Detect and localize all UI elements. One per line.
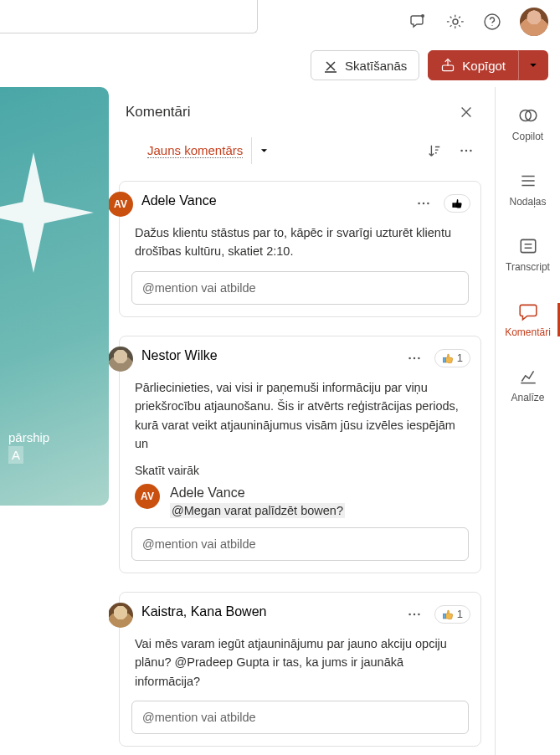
rail-label: Transcript bbox=[506, 261, 550, 273]
analytics-icon bbox=[518, 367, 538, 387]
rail-analytics[interactable]: Analīze bbox=[496, 363, 560, 407]
more-icon bbox=[407, 351, 422, 366]
comments-panel: Komentāri Jauns komentārs bbox=[109, 87, 495, 755]
chat-icon[interactable] bbox=[409, 13, 428, 31]
svg-marker-13 bbox=[0, 152, 94, 273]
slide-text-line1: pārship bbox=[8, 429, 49, 446]
rail-label: Komentāri bbox=[505, 326, 551, 338]
comment-avatar bbox=[109, 603, 133, 628]
reply-placeholder: @mention vai atbilde bbox=[142, 281, 256, 295]
comment-body: Pārliecinieties, vai visi ir paņemuši in… bbox=[135, 378, 469, 454]
pencil-cross-icon bbox=[323, 58, 338, 73]
rail-label: Copilot bbox=[512, 131, 543, 142]
share-options-button[interactable] bbox=[518, 50, 548, 80]
comments-icon bbox=[518, 301, 538, 321]
reply-placeholder: @mention vai atbilde bbox=[142, 711, 256, 724]
sort-comments-button[interactable] bbox=[423, 139, 446, 162]
comment-author: Kaistra, Kana Bowen bbox=[141, 604, 266, 619]
rail-transcript[interactable]: Transcript bbox=[496, 233, 560, 276]
comments-toolbar: Jauns komentārs bbox=[109, 131, 495, 176]
sort-icon bbox=[427, 143, 442, 158]
rail-copilot[interactable]: Copilot bbox=[496, 102, 560, 146]
slide-thumbnail[interactable]: pārship A bbox=[0, 87, 109, 506]
new-comment-button[interactable]: Jauns komentārs bbox=[126, 143, 243, 158]
comment-author: Adele Vance bbox=[141, 193, 217, 208]
like-count: 1 bbox=[457, 352, 463, 364]
plus-icon bbox=[126, 143, 141, 158]
comment-card: AV Adele Vance Dažus klientu stāstus par… bbox=[119, 181, 481, 317]
comment-avatar bbox=[109, 347, 133, 372]
reply-author: Adele Vance bbox=[170, 485, 345, 501]
rail-label: Nodaļas bbox=[509, 196, 546, 208]
like-button[interactable]: 1 bbox=[434, 605, 470, 624]
reply-input[interactable]: @mention vai atbilde bbox=[131, 701, 469, 734]
share-label: Kopīgot bbox=[462, 59, 506, 73]
rail-label: Analīze bbox=[511, 392, 544, 403]
more-icon bbox=[459, 143, 474, 158]
reply-placeholder: @mention vai atbilde bbox=[142, 537, 256, 551]
close-panel-button[interactable] bbox=[455, 100, 478, 124]
help-icon[interactable] bbox=[483, 13, 501, 31]
chevron-down-icon bbox=[259, 145, 270, 157]
thumb-up-fill-icon bbox=[442, 352, 454, 364]
comment-actions: 1 bbox=[403, 347, 470, 370]
rail-comments[interactable]: Komentāri bbox=[496, 298, 560, 342]
reply-input[interactable]: @mention vai atbilde bbox=[131, 527, 469, 561]
comments-title: Komentāri bbox=[126, 104, 190, 121]
action-bar: Skatīšanās Kopīgot bbox=[0, 44, 560, 87]
share-icon bbox=[440, 58, 455, 73]
chevron-down-icon bbox=[527, 59, 539, 71]
reply-avatar: AV bbox=[135, 484, 160, 509]
see-more-link[interactable]: Skatīt vairāk bbox=[135, 464, 469, 477]
comment-more-button[interactable] bbox=[403, 603, 426, 626]
search-input[interactable] bbox=[0, 0, 258, 33]
comment-reply: AV Adele Vance @Megan varat palīdzēt bow… bbox=[135, 485, 469, 517]
like-button[interactable] bbox=[444, 194, 470, 213]
app-header bbox=[0, 0, 560, 44]
comment-more-button[interactable] bbox=[412, 192, 435, 215]
compass-star-icon bbox=[0, 146, 100, 280]
main-area: pārship A Komentāri Jauns komentārs bbox=[0, 87, 560, 755]
comment-card: Kaistra, Kana Bowen 1 Vai mēs varam iegū… bbox=[119, 592, 481, 747]
slide-preview-strip: pārship A bbox=[0, 87, 109, 755]
comment-avatar: AV bbox=[109, 192, 133, 217]
comment-card: Nestor Wilke 1 Pārliecinieties, vai visi… bbox=[119, 336, 481, 573]
comment-author: Nestor Wilke bbox=[141, 348, 218, 363]
rail-sections[interactable]: Nodaļas bbox=[496, 167, 560, 211]
comments-more-button[interactable] bbox=[455, 139, 478, 162]
more-icon bbox=[416, 196, 431, 211]
like-count: 1 bbox=[457, 608, 463, 620]
slide-text-line2: A bbox=[12, 448, 20, 462]
thumb-up-fill-icon bbox=[442, 609, 454, 620]
close-icon bbox=[459, 105, 474, 120]
sections-icon bbox=[518, 171, 538, 191]
reply-input[interactable]: @mention vai atbilde bbox=[131, 271, 469, 305]
share-button-group: Kopīgot bbox=[428, 50, 548, 80]
comment-more-button[interactable] bbox=[403, 347, 426, 370]
comment-body: Vai mēs varam iegūt atjauninājumu par ja… bbox=[135, 634, 469, 691]
more-icon bbox=[407, 607, 422, 622]
copilot-icon bbox=[518, 105, 538, 126]
reply-body: @Megan varat palīdzēt bowen? bbox=[170, 504, 345, 517]
comments-panel-header: Komentāri bbox=[109, 87, 495, 131]
right-rail: Copilot Nodaļas Transcript Komentāri Ana… bbox=[495, 87, 560, 755]
like-button[interactable]: 1 bbox=[434, 349, 470, 367]
user-avatar[interactable] bbox=[520, 8, 548, 36]
new-comment-label: Jauns komentārs bbox=[147, 143, 243, 158]
comment-body: Dažus klientu stāstus par to, kāpēc ir s… bbox=[135, 223, 469, 261]
comment-actions bbox=[412, 192, 470, 215]
gear-icon[interactable] bbox=[446, 13, 465, 31]
comment-actions: 1 bbox=[403, 603, 470, 626]
share-button[interactable]: Kopīgot bbox=[428, 50, 518, 80]
transcript-icon bbox=[518, 236, 538, 256]
view-mode-label: Skatīšanās bbox=[345, 59, 407, 73]
thumb-up-icon bbox=[451, 198, 463, 209]
comments-list[interactable]: AV Adele Vance Dažus klientu stāstus par… bbox=[109, 176, 495, 755]
slide-caption: pārship A bbox=[8, 429, 49, 464]
view-mode-button[interactable]: Skatīšanās bbox=[311, 50, 419, 80]
new-comment-options[interactable] bbox=[251, 137, 270, 164]
